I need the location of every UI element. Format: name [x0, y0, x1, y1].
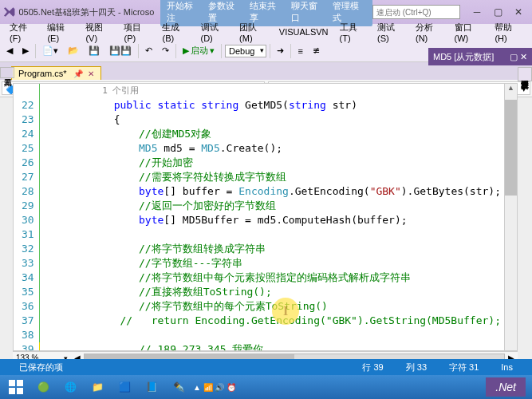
- status-col: 列 33: [406, 361, 427, 373]
- tab-close-icon[interactable]: ✕: [88, 69, 94, 78]
- menu-analyze[interactable]: 分析(N): [411, 20, 448, 45]
- start-button[interactable]: ▶ 启动 ▾: [179, 43, 218, 58]
- config-dropdown[interactable]: Debug: [225, 45, 266, 57]
- svg-rect-3: [9, 388, 15, 394]
- code-editor[interactable]: 2223242526272829303132333435363738394041…: [13, 83, 518, 351]
- menu-help[interactable]: 帮助(H): [490, 20, 527, 45]
- menu-window[interactable]: 窗口(W): [450, 20, 489, 45]
- vertical-scrollbar[interactable]: ▲: [504, 84, 517, 350]
- taskbar-vs[interactable]: ✒️: [166, 377, 191, 397]
- comment-button[interactable]: ≡: [294, 45, 305, 57]
- menu-svn[interactable]: VISUALSVN: [274, 26, 333, 38]
- solution-explorer-tab[interactable]: 解决方案资源管理器: [518, 67, 532, 81]
- menu-view[interactable]: 视图(V): [81, 20, 117, 45]
- minimize-button[interactable]: ─: [467, 4, 487, 20]
- menu-edit[interactable]: 编辑(E): [42, 20, 79, 45]
- menu-file[interactable]: 文件(F): [5, 20, 41, 45]
- menu-tools[interactable]: 工具(T): [335, 20, 371, 45]
- redo-button[interactable]: ↷: [159, 44, 172, 57]
- taskbar-ie[interactable]: 🌐: [57, 377, 83, 397]
- toolbox-tab[interactable]: 工具箱: [0, 67, 14, 78]
- new-project-button[interactable]: 📄▾: [39, 44, 61, 57]
- left-dock: 工具箱: [0, 67, 13, 78]
- net-brand: .Net: [486, 377, 526, 397]
- file-tab-program[interactable]: Program.cs* 📌 ✕: [11, 66, 101, 80]
- metadata-panel-header[interactable]: MD5 [从元数据] ▢ ✕: [428, 48, 532, 65]
- windows-taskbar: 🟢 🌐 📁 🟦 📘 ✒️ ▲ 📶 🔊 ⏰ .Net: [0, 375, 532, 399]
- status-bar: 已保存的项 行 39 列 33 字符 31 Ins: [0, 359, 532, 375]
- maximize-button[interactable]: ▢: [487, 4, 508, 20]
- svg-rect-4: [17, 388, 23, 394]
- menu-project[interactable]: 项目(P): [119, 20, 156, 45]
- code-area[interactable]: 1 个引用 public static string GetMD5(string…: [39, 84, 517, 350]
- status-line: 行 39: [362, 361, 383, 373]
- window-title: 0505.Net基础班第十四天 - Microso: [18, 6, 154, 18]
- nav-fwd-button[interactable]: ▶: [19, 44, 32, 57]
- menu-bar: 文件(F) 编辑(E) 视图(V) 项目(P) 生成(B) 调试(D) 团队(M…: [0, 24, 532, 40]
- snagit-chat[interactable]: 聊天窗口: [288, 0, 328, 25]
- save-button[interactable]: 💾: [85, 44, 103, 57]
- right-dock: 解决方案资源管理器: [518, 67, 532, 81]
- undo-button[interactable]: ↶: [142, 44, 156, 57]
- menu-team[interactable]: 团队(M): [234, 20, 273, 45]
- close-button[interactable]: ✕: [508, 4, 529, 20]
- system-tray[interactable]: ▲ 📶 🔊 ⏰: [193, 383, 236, 392]
- quick-launch-input[interactable]: [372, 5, 460, 19]
- taskbar-app-2[interactable]: 🟦: [112, 377, 137, 397]
- start-button-win[interactable]: [3, 377, 29, 397]
- menu-test[interactable]: 测试(S): [372, 20, 409, 45]
- taskbar-app-3[interactable]: 📘: [139, 377, 164, 397]
- nav-back-button[interactable]: ◀: [3, 44, 16, 57]
- taskbar-app-1[interactable]: 🟢: [30, 377, 56, 397]
- svg-rect-2: [17, 380, 23, 386]
- save-all-button[interactable]: 💾💾: [106, 44, 135, 57]
- menu-debug[interactable]: 调试(D): [196, 20, 234, 45]
- vs-logo-icon: [3, 6, 15, 18]
- status-message: 已保存的项: [19, 361, 63, 373]
- uncomment-button[interactable]: ≢: [309, 44, 323, 57]
- svg-rect-1: [9, 380, 15, 386]
- status-char: 字符 31: [449, 361, 479, 373]
- open-button[interactable]: 📂: [65, 44, 82, 57]
- svg-marker-0: [4, 7, 14, 17]
- line-gutter: 2223242526272829303132333435363738394041…: [14, 84, 39, 350]
- status-ins: Ins: [501, 362, 513, 372]
- pin-icon[interactable]: 📌: [73, 69, 83, 78]
- menu-build[interactable]: 生成(B): [157, 20, 194, 45]
- taskbar-explorer[interactable]: 📁: [85, 377, 110, 397]
- step-button[interactable]: ➜: [274, 44, 287, 57]
